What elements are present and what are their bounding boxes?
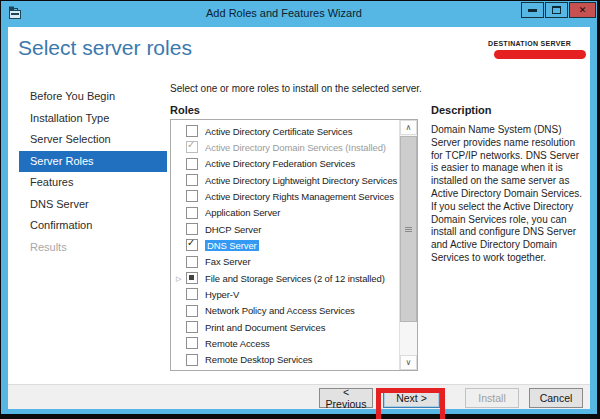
close-icon: ✕	[579, 6, 587, 15]
role-checkbox-unchecked[interactable]	[186, 256, 198, 268]
role-checkbox-checked: ✓	[186, 141, 198, 153]
roles-list-label: Roles	[170, 104, 200, 116]
role-checkbox-unchecked[interactable]	[186, 337, 198, 349]
destination-server-label: DESTINATION SERVER	[486, 40, 586, 47]
role-checkbox-unchecked[interactable]	[186, 190, 198, 202]
roles-scrollbar[interactable]: ∧ ∨	[399, 120, 417, 370]
role-checkbox-unchecked[interactable]	[186, 354, 198, 366]
screenshot-root: Add Roles and Features Wizard ✕ Select s…	[0, 0, 600, 419]
sidebar-item-results: Results	[8, 237, 169, 259]
role-row-print-and-document-services[interactable]: Print and Document Services	[171, 319, 399, 335]
role-row-application-server[interactable]: Application Server	[171, 205, 399, 221]
cancel-button[interactable]: Cancel	[529, 388, 583, 408]
role-checkbox-unchecked[interactable]	[186, 174, 198, 186]
scroll-thumb[interactable]	[400, 136, 417, 322]
role-label: Application Server	[205, 207, 280, 218]
sidebar-item-server-roles[interactable]: Server Roles	[19, 151, 167, 173]
footer-bar: < PreviousNext >InstallCancel	[8, 384, 590, 409]
role-row-active-directory-rights-management-services[interactable]: Active Directory Rights Management Servi…	[171, 188, 399, 204]
sidebar-item-dns-server[interactable]: DNS Server	[8, 194, 169, 216]
role-label: DHCP Server	[205, 224, 261, 235]
roles-rows: Active Directory Certificate Services✓Ac…	[171, 120, 399, 370]
scroll-track[interactable]	[400, 135, 417, 355]
role-row-remote-access[interactable]: Remote Access	[171, 335, 399, 351]
role-row-active-directory-federation-services[interactable]: Active Directory Federation Services	[171, 156, 399, 172]
role-label: Active Directory Domain Services (Instal…	[205, 142, 386, 153]
next-button-annotation	[376, 388, 445, 419]
role-row-hyper-v[interactable]: Hyper-V	[171, 286, 399, 302]
maximize-button[interactable]	[545, 2, 568, 18]
maximize-icon	[552, 6, 561, 14]
role-row-dns-server[interactable]: ✓DNS Server	[171, 237, 399, 253]
role-row-active-directory-certificate-services[interactable]: Active Directory Certificate Services	[171, 123, 399, 139]
checkmark-icon: ✓	[187, 238, 195, 248]
role-checkbox-unchecked[interactable]	[186, 288, 198, 300]
install-button: Install	[465, 388, 519, 408]
page-title: Select server roles	[18, 36, 192, 60]
description-text: Domain Name System (DNS) Server provides…	[431, 124, 585, 265]
minimize-button[interactable]	[521, 2, 544, 18]
instruction-text: Select one or more roles to install on t…	[170, 83, 422, 94]
role-label: Active Directory Rights Management Servi…	[205, 191, 394, 202]
scroll-grip-icon	[405, 227, 412, 232]
previous-button[interactable]: < Previous	[319, 388, 373, 408]
window-title: Add Roles and Features Wizard	[81, 7, 487, 19]
role-checkbox-unchecked[interactable]	[186, 223, 198, 235]
wizard-steps: Before You BeginInstallation TypeServer …	[8, 86, 169, 258]
role-label: Active Directory Lightweight Directory S…	[205, 175, 397, 186]
role-checkbox-unchecked[interactable]	[186, 158, 198, 170]
sidebar-item-features[interactable]: Features	[8, 172, 169, 194]
sidebar-item-installation-type[interactable]: Installation Type	[8, 108, 169, 130]
roles-listbox: Active Directory Certificate Services✓Ac…	[170, 119, 418, 371]
description-title: Description	[431, 104, 492, 116]
role-label: Remote Access	[205, 338, 270, 349]
role-checkbox-unchecked[interactable]	[186, 305, 198, 317]
role-row-dhcp-server[interactable]: DHCP Server	[171, 221, 399, 237]
role-label: Network Policy and Access Services	[205, 305, 355, 316]
role-label: Fax Server	[205, 256, 250, 267]
role-label: Active Directory Certificate Services	[205, 126, 352, 137]
scroll-up-icon: ∧	[406, 124, 412, 132]
minimize-icon	[528, 9, 537, 12]
role-row-network-policy-and-access-services[interactable]: Network Policy and Access Services	[171, 303, 399, 319]
scroll-down-button[interactable]: ∨	[400, 355, 417, 370]
expand-arrow-icon[interactable]: ▷	[176, 275, 186, 282]
wizard-app-icon	[8, 6, 23, 20]
role-checkbox-checked[interactable]: ✓	[186, 239, 198, 251]
redaction-highlight	[494, 50, 586, 59]
role-checkbox-unchecked[interactable]	[186, 207, 198, 219]
role-label: DNS Server	[205, 240, 259, 251]
destination-server: DESTINATION SERVER	[486, 40, 586, 59]
scroll-down-icon: ∨	[406, 359, 412, 367]
sidebar-item-before-you-begin[interactable]: Before You Begin	[8, 86, 169, 108]
role-row-active-directory-domain-services-installed[interactable]: ✓Active Directory Domain Services (Insta…	[171, 139, 399, 155]
role-row-fax-server[interactable]: Fax Server	[171, 254, 399, 270]
role-checkbox-partial[interactable]	[186, 272, 198, 284]
role-label: File and Storage Services (2 of 12 insta…	[205, 273, 385, 284]
checkmark-icon: ✓	[187, 140, 195, 150]
scroll-up-button[interactable]: ∧	[400, 120, 417, 135]
sidebar-item-server-selection[interactable]: Server Selection	[8, 129, 169, 151]
sidebar-item-confirmation[interactable]: Confirmation	[8, 215, 169, 237]
window-controls: ✕	[520, 2, 596, 18]
role-row-file-and-storage-services-2-of-12-installed[interactable]: ▷File and Storage Services (2 of 12 inst…	[171, 270, 399, 286]
role-label: Remote Desktop Services	[205, 354, 313, 365]
wizard-window: Add Roles and Features Wizard ✕ Select s…	[1, 1, 597, 414]
role-row-remote-desktop-services[interactable]: Remote Desktop Services	[171, 352, 399, 368]
wizard-body: Select server roles DESTINATION SERVER B…	[8, 27, 590, 409]
role-row-active-directory-lightweight-directory-services[interactable]: Active Directory Lightweight Directory S…	[171, 172, 399, 188]
close-button[interactable]: ✕	[569, 2, 596, 18]
title-bar[interactable]: Add Roles and Features Wizard ✕	[1, 1, 597, 27]
role-checkbox-unchecked[interactable]	[186, 321, 198, 333]
role-checkbox-unchecked[interactable]	[186, 125, 198, 137]
role-label: Print and Document Services	[205, 322, 325, 333]
role-label: Hyper-V	[205, 289, 239, 300]
role-label: Active Directory Federation Services	[205, 158, 355, 169]
